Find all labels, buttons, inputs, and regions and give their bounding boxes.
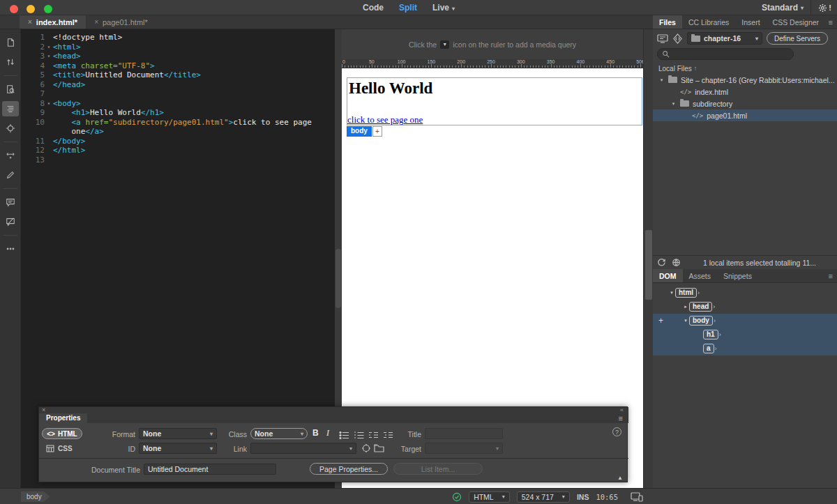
properties-tab[interactable]: Properties [39, 413, 87, 423]
ordered-list-button[interactable] [354, 429, 365, 438]
tab-insert[interactable]: Insert [735, 15, 766, 29]
refresh-icon[interactable] [657, 258, 666, 267]
selected-tag-badge[interactable]: body [347, 126, 372, 137]
tag-selector-body[interactable]: body [21, 491, 50, 502]
tab-cc-libraries[interactable]: CC Libraries [682, 15, 735, 29]
live-view-options-button[interactable] [2, 82, 19, 97]
file-tree-item-site[interactable]: ▾Site – chapter-16 (Grey Rabbit:Users:mi… [653, 74, 837, 86]
scrollbar-thumb[interactable] [335, 249, 341, 308]
document-title-field[interactable]: Untitled Document [144, 464, 276, 475]
preview-heading[interactable]: Hello World [349, 79, 432, 98]
define-servers-button[interactable]: Define Servers [767, 32, 828, 45]
open-documents-button[interactable] [2, 35, 19, 50]
search-input[interactable] [657, 48, 794, 60]
point-to-file-icon[interactable] [361, 443, 371, 453]
file-tree-item-subdirectory[interactable]: ▾subdirectory [653, 98, 837, 109]
format-source-button[interactable] [2, 101, 19, 116]
code-row[interactable]: 9 <h1>Hello World</h1> [21, 108, 335, 118]
live-view-scrollbar[interactable] [643, 29, 653, 488]
css-properties-button[interactable]: CSS [46, 443, 82, 454]
tab-dom[interactable]: DOM [653, 269, 683, 282]
file-management-button[interactable] [2, 54, 19, 70]
expander-icon[interactable]: ▾ [658, 77, 665, 83]
page-properties-button[interactable]: Page Properties... [310, 463, 388, 475]
tab-index-html[interactable]: × index.html* [20, 15, 86, 29]
dom-node-h1[interactable]: h1› [653, 328, 837, 342]
code-fold-icon[interactable]: ▾ [45, 99, 53, 109]
tab-page01-html[interactable]: × page01.html* [86, 15, 156, 29]
dom-tag-pill[interactable]: html [675, 288, 697, 298]
remote-server-icon[interactable] [672, 258, 681, 267]
zoom-window-button[interactable] [44, 5, 52, 13]
code-row[interactable]: 10 <a href="subdirectory/page01.html">cl… [21, 118, 335, 128]
dom-node-body[interactable]: +▾body› [653, 314, 837, 328]
code-row[interactable]: 13 [21, 155, 335, 165]
help-icon[interactable]: ? [612, 427, 621, 436]
workspace-switcher[interactable]: Standard▾ [762, 0, 804, 15]
target-select[interactable]: ▾ [425, 443, 503, 454]
toolbar-more-button[interactable] [2, 241, 19, 257]
indent-button[interactable] [368, 429, 379, 438]
file-tree-item-index.html[interactable]: </>index.html [653, 86, 837, 98]
code-row[interactable]: 7 [21, 89, 335, 99]
expander-icon[interactable]: ▾ [670, 101, 677, 107]
server-connect-icon[interactable] [672, 33, 683, 44]
horizontal-ruler[interactable]: 050100150200250300350400450500 [342, 59, 643, 68]
scrollbar-thumb[interactable] [645, 230, 652, 300]
panel-menu-icon[interactable]: ≡ [829, 272, 833, 280]
properties-grip[interactable] [39, 407, 628, 413]
code-row[interactable]: 8▾<body> [21, 99, 335, 109]
site-view-icon[interactable] [657, 33, 668, 43]
split-view-button[interactable]: Split [399, 3, 417, 13]
code-row[interactable]: 2▾<html> [21, 43, 335, 52]
site-select[interactable]: chapter-16 ▾ [687, 32, 762, 45]
tab-css-designer[interactable]: CSS Designer [767, 15, 826, 29]
panel-menu-icon[interactable]: ≡ [829, 18, 833, 26]
dom-tag-pill[interactable]: head [689, 302, 712, 312]
panel-menu-icon[interactable]: ≡ [619, 414, 623, 422]
close-tab-icon[interactable]: × [94, 18, 98, 26]
local-files-header[interactable]: Local Files ↑ [653, 63, 837, 74]
expander-icon[interactable]: ▾ [682, 318, 689, 323]
bold-button[interactable]: B [312, 428, 319, 438]
expander-icon[interactable]: ▸ [682, 304, 689, 310]
italic-button[interactable]: I [326, 428, 329, 438]
dom-tag-pill[interactable]: body [689, 316, 713, 326]
sample-tool-button[interactable] [2, 167, 19, 183]
add-element-button[interactable]: + [372, 126, 382, 137]
device-preview-icon[interactable] [631, 492, 643, 502]
code-fold-icon[interactable]: ▾ [45, 52, 53, 61]
class-select[interactable]: None▾ [250, 428, 308, 439]
id-select[interactable]: None▾ [139, 443, 217, 454]
viewport-size-select[interactable]: 524 x 717▾ [517, 491, 570, 503]
dom-tag-pill[interactable]: a [703, 344, 714, 353]
preview-link[interactable]: click to see page one [347, 114, 423, 125]
file-tree-item-page01.html[interactable]: </>page01.html [653, 109, 837, 121]
live-view-button[interactable]: Live▾ [432, 3, 455, 13]
format-select[interactable]: None▾ [139, 428, 217, 439]
comment-button[interactable] [2, 194, 19, 210]
link-field[interactable]: ▾ [250, 443, 356, 454]
dom-node-head[interactable]: ▸head› [653, 300, 837, 314]
code-row[interactable]: 5<title>Untitled Document</title> [21, 70, 335, 80]
inspect-mode-button[interactable] [2, 121, 19, 136]
title-field[interactable] [425, 428, 503, 439]
code-row[interactable]: 12</html> [21, 146, 335, 155]
expand-panel-icon[interactable]: ▲ [617, 475, 623, 481]
collapse-panel-icon[interactable]: « [620, 407, 624, 413]
code-row[interactable]: 4<meta charset="UTF-8"> [21, 61, 335, 71]
unordered-list-button[interactable] [339, 429, 350, 438]
tab-assets[interactable]: Assets [683, 269, 718, 282]
close-window-button[interactable] [10, 5, 18, 13]
code-row[interactable]: 6</head> [21, 80, 335, 90]
tab-snippets[interactable]: Snippets [717, 269, 758, 282]
comment-off-button[interactable] [2, 214, 19, 229]
dom-tag-pill[interactable]: h1 [703, 330, 718, 339]
expander-icon[interactable]: ▾ [668, 290, 675, 296]
extract-button[interactable] [2, 148, 19, 163]
dom-node-a[interactable]: a› [653, 342, 837, 356]
add-node-icon[interactable]: + [658, 316, 663, 326]
tab-files[interactable]: Files [653, 15, 682, 29]
html-properties-button[interactable]: <>HTML [42, 428, 82, 439]
close-panel-icon[interactable]: × [42, 407, 45, 413]
